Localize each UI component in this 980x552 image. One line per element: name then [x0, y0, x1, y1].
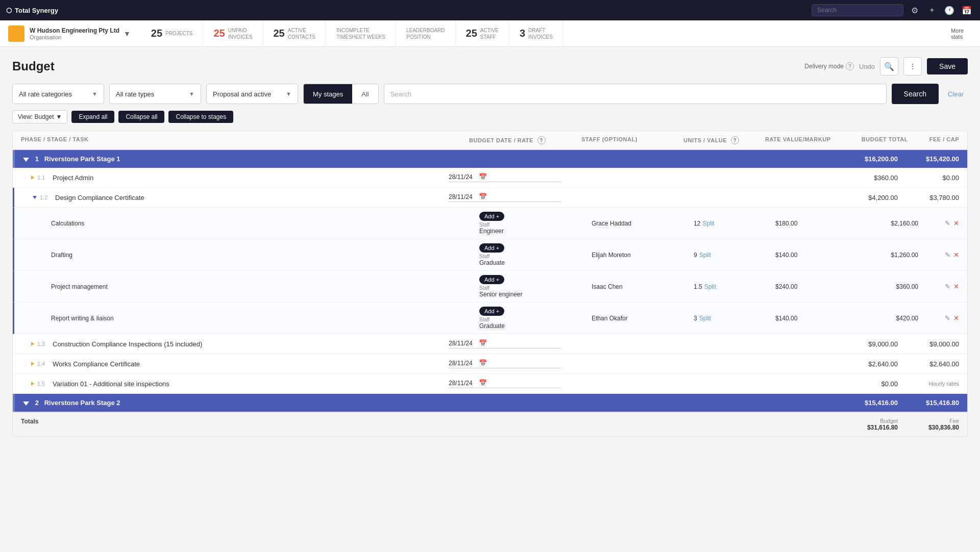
my-stages-button[interactable]: My stages	[304, 84, 352, 104]
stage-row-1[interactable]: 1 Riverstone Park Stage 1 $16,200.00 $15…	[13, 150, 967, 168]
view-dropdown-chevron-icon: ▼	[56, 113, 62, 120]
totals-fee-col: Fee $30,836.80	[898, 418, 959, 431]
task-drafting-split-link[interactable]: Split	[699, 252, 711, 259]
add-button-report-writing[interactable]: Add +	[479, 307, 504, 316]
settings-icon[interactable]: ⚙	[908, 3, 922, 17]
org-chevron-icon[interactable]: ▼	[124, 30, 131, 38]
stat-draft-invoices[interactable]: 3 DRAFTINVOICES	[509, 20, 564, 47]
collapse-to-stages-button[interactable]: Collapse to stages	[168, 111, 233, 123]
edit-icon-drafting[interactable]: ✎	[945, 251, 950, 259]
page-header-actions: Delivery mode ? Undo 🔍 ⋮ Save	[804, 57, 968, 76]
task-report-writing-amount: $420.00	[857, 315, 918, 322]
totals-fee-val: $30,836.80	[898, 424, 959, 431]
task-calculations-qty-wrap: 12 Split	[694, 220, 775, 227]
calendar-icon-1-3[interactable]: 📅	[479, 339, 487, 347]
task-drafting-staff-type: Staff	[479, 254, 592, 259]
stage-toggle: My stages All	[303, 84, 379, 104]
task-report-writing-label: Report writing & liaison	[22, 315, 479, 322]
more-options-button[interactable]: ⋮	[903, 57, 922, 76]
stage-filter[interactable]: Proposal and active ▼	[206, 84, 298, 104]
stage-2-num: 2	[35, 399, 39, 407]
substage-1-3-label: 1.3 Construction Compliance Inspections …	[21, 340, 449, 348]
th-units: Units / Value ?	[683, 136, 765, 144]
units-help-icon[interactable]: ?	[731, 136, 739, 144]
task-drafting-amount: $1,260.00	[857, 252, 918, 259]
clock-icon[interactable]: 🕐	[942, 3, 957, 17]
stat-active-staff[interactable]: 25 ACTIVESTAFF	[456, 20, 509, 47]
add-button-calculations[interactable]: Add +	[479, 212, 504, 221]
budget-search-input[interactable]	[384, 84, 887, 104]
totals-empty-5	[755, 418, 837, 431]
edit-icon-report-writing[interactable]: ✎	[945, 314, 950, 322]
rate-type-filter[interactable]: All rate types ▼	[109, 84, 201, 104]
undo-button[interactable]: Undo	[859, 63, 875, 70]
page-title: Budget	[12, 59, 55, 73]
stat-active-contacts[interactable]: 25 ACTIVECONTACTS	[263, 20, 327, 47]
task-report-writing-staff-type: Staff	[479, 317, 592, 322]
add-button-project-mgmt[interactable]: Add +	[479, 275, 504, 284]
global-search-input[interactable]	[812, 4, 903, 16]
task-drafting-qty-wrap: 9 Split	[694, 252, 775, 259]
delete-icon-calculations[interactable]: ✕	[953, 219, 959, 227]
calendar-icon-1-5[interactable]: 📅	[479, 379, 487, 387]
delete-icon-report-writing[interactable]: ✕	[953, 314, 959, 322]
table-header: Phase / Stage / Task Budget date / Rate …	[13, 131, 967, 150]
task-project-mgmt-qty-wrap: 1.5 Split	[694, 283, 775, 290]
delivery-mode: Delivery mode ?	[804, 62, 854, 70]
task-calculations-staff-type: Staff	[479, 222, 592, 228]
stat-leaderboard[interactable]: LEADERBOARDPOSITION	[396, 20, 456, 47]
clear-button[interactable]: Clear	[944, 90, 968, 98]
top-navigation: ⬡ Total Synergy ⚙ + 🕐 📅	[0, 0, 980, 20]
budget-table: Phase / Stage / Task Budget date / Rate …	[12, 131, 968, 437]
totals-empty-3	[561, 418, 673, 431]
search-button-sm[interactable]: 🔍	[880, 57, 898, 76]
view-dropdown[interactable]: View: Budget ▼	[12, 110, 67, 123]
calendar-icon-1-2[interactable]: 📅	[479, 193, 487, 200]
task-report-writing-split-link[interactable]: Split	[699, 315, 711, 322]
substage-1-1-fee: $0.00	[898, 174, 959, 182]
edit-icon-calculations[interactable]: ✎	[945, 219, 950, 227]
budget-date-help-icon[interactable]: ?	[537, 136, 546, 144]
save-button[interactable]: Save	[927, 58, 968, 74]
expand-all-button[interactable]: Expand all	[71, 111, 114, 123]
view-controls-row: View: Budget ▼ Expand all Collapse all C…	[12, 110, 968, 123]
calendar-icon[interactable]: 📅	[960, 3, 974, 17]
stat-contacts-label: ACTIVECONTACTS	[288, 27, 315, 40]
calendar-icon-1-4[interactable]: 📅	[479, 359, 487, 367]
add-icon[interactable]: +	[925, 3, 939, 17]
substage-1-5-name: Variation 01 - Additional site inspectio…	[53, 380, 169, 388]
substage-1-4-label: 1.4 Works Compliance Certificate	[21, 360, 449, 368]
stat-unpaid-invoices[interactable]: 25 UNPAIDINVOICES	[203, 20, 263, 47]
delivery-mode-help-icon[interactable]: ?	[846, 62, 854, 70]
task-report-writing-name: Report writing & liaison	[51, 315, 114, 322]
page-header: Budget Delivery mode ? Undo 🔍 ⋮ Save	[12, 57, 968, 76]
task-drafting-staff: Elijah Moreton	[592, 252, 694, 259]
stat-projects[interactable]: 25 PROJECTS	[141, 20, 204, 47]
stage-1-expand-icon	[23, 158, 29, 162]
stat-projects-num: 25	[151, 28, 162, 39]
all-stages-button[interactable]: All	[352, 84, 378, 104]
task-project-mgmt-split-link[interactable]: Split	[704, 283, 716, 290]
stage-row-2[interactable]: 2 Riverstone Park Stage 2 $15,416.00 $15…	[13, 394, 967, 412]
substage-1-2-fee: $3,780.00	[898, 194, 959, 202]
substage-1-5-label: 1.5 Variation 01 - Additional site inspe…	[21, 380, 449, 388]
stat-timesheet[interactable]: INCOMPLETETIMESHEET WEEKS	[326, 20, 396, 47]
delete-icon-drafting[interactable]: ✕	[953, 251, 959, 259]
task-project-mgmt-amount: $360.00	[857, 283, 918, 290]
search-main-button[interactable]: Search	[892, 84, 939, 104]
delete-icon-project-mgmt[interactable]: ✕	[953, 283, 959, 290]
collapse-all-button[interactable]: Collapse all	[118, 111, 164, 123]
substage-1-1-label: 1.1 Project Admin	[21, 174, 449, 182]
edit-icon-project-mgmt[interactable]: ✎	[945, 283, 950, 290]
totals-fee-header: Fee	[898, 418, 959, 424]
task-calculations-split-link[interactable]: Split	[702, 220, 714, 227]
substage-1-3-name: Construction Compliance Inspections (15 …	[53, 340, 202, 348]
calendar-icon-1-1[interactable]: 📅	[479, 173, 487, 181]
task-calculations-actions: ✎ ✕	[918, 219, 959, 227]
substage-1-3-fee: $9,000.00	[898, 340, 959, 348]
category-filter[interactable]: All rate categories ▼	[12, 84, 104, 104]
task-drafting-rate: $140.00	[775, 252, 857, 259]
more-stats-link[interactable]: Morestats	[943, 28, 972, 40]
add-button-drafting[interactable]: Add +	[479, 243, 504, 253]
task-calculations-staff: Grace Haddad	[592, 220, 694, 227]
